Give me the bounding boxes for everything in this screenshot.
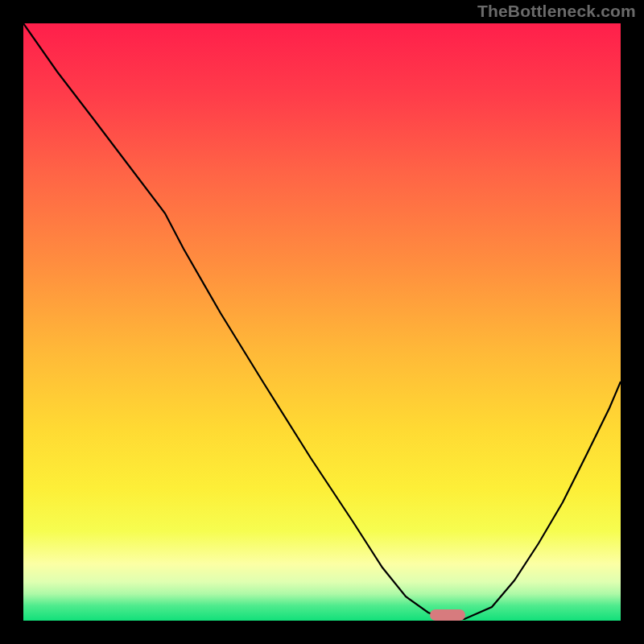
gradient-rect	[23, 23, 621, 621]
background-gradient	[23, 23, 621, 621]
watermark-label: TheBottleneck.com	[477, 2, 636, 21]
chart-frame: TheBottleneck.com	[0, 0, 644, 644]
plot-area	[23, 23, 621, 621]
